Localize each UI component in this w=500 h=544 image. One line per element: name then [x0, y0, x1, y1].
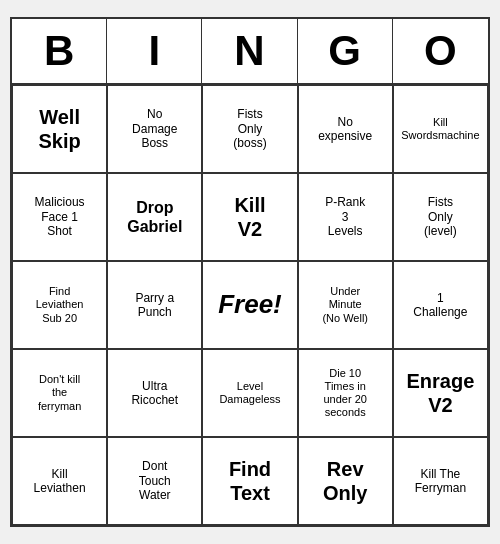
bingo-cell: Well Skip — [12, 85, 107, 173]
bingo-cell: 1 Challenge — [393, 261, 488, 349]
bingo-cell: Kill V2 — [202, 173, 297, 261]
cell-text: Enrage V2 — [406, 369, 474, 417]
bingo-cell: Enrage V2 — [393, 349, 488, 437]
bingo-cell: Dont Touch Water — [107, 437, 202, 525]
bingo-cell: P-Rank 3 Levels — [298, 173, 393, 261]
cell-text: Die 10 Times in under 20 seconds — [323, 367, 366, 420]
bingo-cell: No Damage Boss — [107, 85, 202, 173]
cell-text: 1 Challenge — [413, 291, 467, 320]
bingo-cell: Drop Gabriel — [107, 173, 202, 261]
cell-text: Drop Gabriel — [127, 198, 182, 236]
bingo-letter: G — [298, 19, 393, 83]
bingo-cell: Parry a Punch — [107, 261, 202, 349]
cell-text: Rev Only — [323, 457, 367, 505]
bingo-card: BINGO Well SkipNo Damage BossFists Only … — [10, 17, 490, 527]
cell-text: Under Minute (No Well) — [322, 285, 368, 325]
cell-text: No expensive — [318, 115, 372, 144]
bingo-cell: Free! — [202, 261, 297, 349]
cell-text: Fists Only (level) — [424, 195, 457, 238]
bingo-cell: Fists Only (boss) — [202, 85, 297, 173]
bingo-cell: No expensive — [298, 85, 393, 173]
cell-text: Level Damageless — [219, 380, 280, 406]
bingo-cell: Malicious Face 1 Shot — [12, 173, 107, 261]
bingo-cell: Find Text — [202, 437, 297, 525]
cell-text: Find Text — [229, 457, 271, 505]
cell-text: Fists Only (boss) — [233, 107, 266, 150]
bingo-letter: I — [107, 19, 202, 83]
cell-text: Kill Leviathen — [34, 467, 86, 496]
bingo-cell: Ultra Ricochet — [107, 349, 202, 437]
cell-text: Find Leviathen Sub 20 — [36, 285, 84, 325]
bingo-cell: Under Minute (No Well) — [298, 261, 393, 349]
cell-text: Kill The Ferryman — [415, 467, 466, 496]
cell-text: Kill V2 — [234, 193, 265, 241]
bingo-cell: Kill The Ferryman — [393, 437, 488, 525]
bingo-cell: Kill Leviathen — [12, 437, 107, 525]
cell-text: Ultra Ricochet — [131, 379, 178, 408]
bingo-cell: Don't kill the ferryman — [12, 349, 107, 437]
bingo-cell: Rev Only — [298, 437, 393, 525]
cell-text: Well Skip — [38, 105, 80, 153]
bingo-letter: B — [12, 19, 107, 83]
cell-text: P-Rank 3 Levels — [325, 195, 365, 238]
cell-text: Don't kill the ferryman — [38, 373, 81, 413]
bingo-header: BINGO — [12, 19, 488, 85]
cell-text: Free! — [218, 289, 282, 320]
bingo-cell: Die 10 Times in under 20 seconds — [298, 349, 393, 437]
bingo-letter: N — [202, 19, 297, 83]
bingo-letter: O — [393, 19, 488, 83]
cell-text: No Damage Boss — [132, 107, 177, 150]
cell-text: Dont Touch Water — [139, 459, 171, 502]
bingo-cell: Level Damageless — [202, 349, 297, 437]
cell-text: Parry a Punch — [135, 291, 174, 320]
bingo-cell: Kill Swordsmachine — [393, 85, 488, 173]
bingo-grid: Well SkipNo Damage BossFists Only (boss)… — [12, 85, 488, 525]
cell-text: Kill Swordsmachine — [401, 116, 479, 142]
bingo-cell: Find Leviathen Sub 20 — [12, 261, 107, 349]
bingo-cell: Fists Only (level) — [393, 173, 488, 261]
cell-text: Malicious Face 1 Shot — [35, 195, 85, 238]
